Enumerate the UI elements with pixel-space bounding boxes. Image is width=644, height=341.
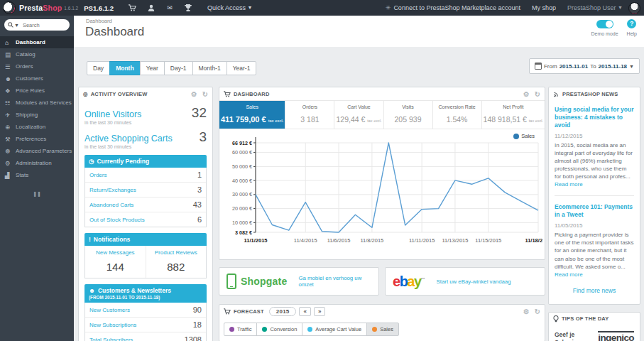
forecast-avg-cart-value-toggle[interactable]: Average Cart Value [302, 323, 367, 336]
filter-day-button[interactable]: Day [87, 61, 110, 75]
exclamation-icon: ! [89, 236, 91, 243]
panel-refresh-icon[interactable]: ↻ [202, 90, 208, 98]
filter-month-button[interactable]: Month [109, 61, 141, 75]
panel-settings-icon[interactable]: ⚙ [523, 308, 530, 315]
sidebar-item-preferences[interactable]: ⚒Preferences [0, 133, 74, 145]
search-input[interactable] [21, 21, 61, 29]
search-scope-caret-icon[interactable]: ▼ [14, 23, 19, 28]
customers-newsletters-list: New Customers90 New Subscriptions18 Tota… [84, 303, 207, 341]
news-article: Ecommerce 101: Payments in a Tweet 11/05… [555, 203, 634, 278]
kpi-visits-tab[interactable]: Visits205 939 [383, 101, 432, 129]
shopgate-link[interactable]: Ga mobiel en verhoog uw omzet [298, 275, 371, 288]
sidebar-item-modules[interactable]: ☷Modules and Services [0, 97, 74, 109]
sidebar-item-customers[interactable]: ☻Customers [0, 72, 74, 85]
kpi-net-profit-tab[interactable]: Net Profit148 918,51 € tax excl. [481, 101, 545, 129]
forecast-prev-button[interactable]: « [299, 307, 310, 316]
active-carts-link[interactable]: Active Shopping Carts [84, 134, 173, 144]
filter-day-1-button[interactable]: Day-1 [164, 61, 193, 75]
daterange-caret-icon: ▼ [629, 64, 634, 69]
breadcrumb: Dashboard [86, 18, 112, 24]
online-visitors-link[interactable]: Online Visitors [84, 109, 141, 119]
demo-mode-toggle[interactable] [596, 20, 613, 28]
sidebar-item-administration[interactable]: ⚙Administration [0, 157, 74, 169]
filter-year-1-button[interactable]: Year-1 [227, 61, 257, 75]
svg-text:11/8/2015: 11/8/2015 [360, 237, 383, 244]
sales-dot-icon [372, 327, 377, 332]
customer-icon[interactable] [142, 4, 160, 12]
forecast-traffic-toggle[interactable]: Traffic [224, 323, 257, 336]
sidebar-search[interactable]: ▼ [4, 19, 70, 31]
read-more-link[interactable]: Read more [555, 271, 583, 278]
cart-icon [224, 308, 231, 315]
kpi-conversion-rate-tab[interactable]: Conversion Rate1.54% [432, 101, 481, 129]
messages-icon[interactable]: ✉ [160, 4, 179, 11]
search-icon [8, 22, 13, 28]
demo-mode-label: Demo mode [591, 31, 618, 36]
notifications-header: !Notifications [84, 233, 207, 246]
svg-text:20 000 €: 20 000 € [232, 205, 252, 212]
prestashop-logo-icon[interactable] [3, 1, 16, 14]
news-article-title[interactable]: Using social media for your business: 4 … [555, 106, 634, 129]
help-control: ? Help [627, 19, 637, 36]
kpi-orders-tab[interactable]: Orders3 181 [285, 101, 334, 129]
panel-settings-icon[interactable]: ⚙ [191, 90, 197, 98]
sidebar-item-price-rules[interactable]: ❖Price Rules [0, 85, 74, 97]
gear-icon: ⚙ [5, 160, 16, 167]
chart-legend[interactable]: Sales [513, 133, 535, 139]
svg-text:11/4/2015: 11/4/2015 [294, 237, 317, 244]
sidebar-collapse-button[interactable]: ❚❚ [0, 191, 74, 197]
prestashop-news-panel: PRESTASHOP NEWS Using social media for y… [548, 87, 640, 305]
sidebar: ▼ ⌂Dashboard ▤Catalog ☰Orders ☻Customers… [0, 16, 74, 341]
ebay-link[interactable]: Start uw eBay-winkel vandaag [437, 278, 511, 285]
ebay-card[interactable]: ebay™ Start uw eBay-winkel vandaag [385, 267, 545, 296]
sidebar-item-catalog[interactable]: ▤Catalog [0, 48, 74, 60]
filter-year-button[interactable]: Year [140, 61, 165, 75]
stats-icon: ▟ [5, 172, 16, 179]
filter-month-1-button[interactable]: Month-1 [192, 61, 227, 75]
news-article-title[interactable]: Ecommerce 101: Payments in a Tweet [555, 203, 634, 219]
shopgate-logo-text: Shopgate [241, 276, 287, 287]
cart-icon [224, 91, 231, 97]
sidebar-item-dashboard[interactable]: ⌂Dashboard [0, 36, 74, 48]
forecast-year[interactable]: 2015 [269, 307, 297, 316]
svg-text:40 000 €: 40 000 € [232, 178, 252, 184]
tags-icon: ❖ [5, 87, 16, 94]
truck-icon: ✈ [5, 112, 16, 119]
forecast-sales-toggle[interactable]: Sales [366, 323, 399, 336]
cart-icon[interactable] [124, 4, 142, 12]
user-avatar[interactable] [628, 2, 640, 14]
brand-name: PrestaShop [19, 4, 62, 12]
forecast-conversion-toggle[interactable]: Conversion [256, 323, 302, 336]
kpi-cart-value-tab[interactable]: Cart Value129,44 € tax excl. [334, 101, 383, 129]
shopgate-card[interactable]: Shopgate Ga mobiel en verhoog uw omzet [219, 267, 379, 296]
date-range-picker[interactable]: From2015-11-01 To2015-11-18 ▼ [529, 58, 640, 74]
sidebar-item-advanced-parameters[interactable]: ☸Advanced Parameters [0, 145, 74, 157]
sidebar-item-localization[interactable]: ⊕Localization [0, 121, 74, 133]
sidebar-item-shipping[interactable]: ✈Shipping [0, 109, 74, 121]
lightbulb-icon [553, 315, 559, 323]
svg-text:3 082 €: 3 082 € [235, 229, 252, 236]
marketplace-connect-link[interactable]: ✳Connect to PrestaShop Marketplace accou… [386, 4, 520, 11]
svg-text:11/13/2015: 11/13/2015 [442, 237, 468, 244]
sidebar-item-stats[interactable]: ▟Stats [0, 169, 74, 181]
help-icon[interactable]: ? [627, 19, 636, 28]
kpi-sales-tab[interactable]: Sales411 759,00 € tax excl. [219, 101, 285, 129]
panel-settings-icon[interactable]: ⚙ [523, 90, 530, 98]
online-visitors-value: 32 [192, 105, 207, 121]
panel-refresh-icon[interactable]: ↻ [535, 308, 540, 315]
quick-access-menu[interactable]: Quick Access ▼ [207, 4, 252, 11]
find-more-news-link[interactable]: Find more news [555, 287, 634, 294]
svg-text:11/11/2015: 11/11/2015 [409, 237, 435, 244]
tips-of-the-day-panel: TIPS OF THE DAY ingenico Payment service… [548, 312, 640, 341]
svg-text:11/18/2015: 11/18/2015 [525, 237, 542, 244]
connect-icon: ✳ [386, 4, 391, 11]
active-carts-value: 3 [199, 129, 207, 145]
my-shop-link[interactable]: My shop [532, 4, 556, 11]
read-more-link[interactable]: Read more [555, 181, 583, 188]
sidebar-item-orders[interactable]: ☰Orders [0, 60, 74, 72]
panel-refresh-icon[interactable]: ↻ [535, 90, 540, 98]
trophy-icon[interactable] [179, 4, 197, 12]
shop-version-label: PS1.6.1.2 [84, 4, 114, 12]
forecast-next-button[interactable]: » [314, 307, 325, 316]
user-menu[interactable]: PrestaShop User ▼ [567, 4, 623, 11]
